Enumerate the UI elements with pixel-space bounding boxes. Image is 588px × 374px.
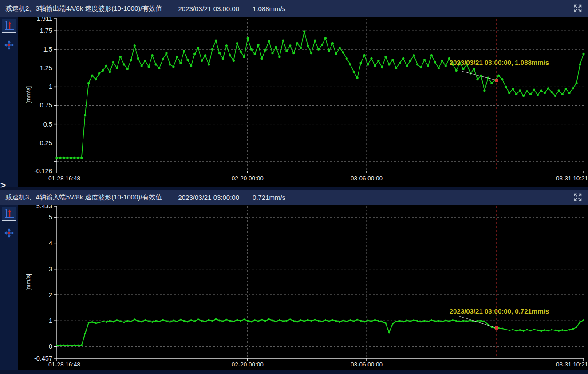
svg-text:03-06 00:00: 03-06 00:00 (351, 175, 383, 182)
chart1-title: 减速机2、3轴输出端4A/8k 速度波形(10-1000)/有效值 (5, 4, 162, 13)
trend-series (57, 319, 584, 346)
svg-text:2: 2 (49, 291, 52, 298)
collapse-chevron[interactable]: > (0, 180, 6, 190)
chart1-cursor-time: 2023/03/21 03:00:00 (178, 5, 239, 12)
svg-text:1: 1 (49, 83, 52, 90)
svg-text:1.5: 1.5 (43, 46, 52, 53)
svg-text:1: 1 (49, 317, 52, 324)
trend-series (57, 32, 584, 158)
axis-tool-button[interactable] (2, 19, 16, 33)
chart2-body: 5432105.433-0.45701-28 16:4802-20 00:000… (0, 205, 588, 370)
expand-button[interactable] (572, 3, 584, 14)
expand-arrows-icon (573, 8, 583, 15)
svg-text:02-20 00:00: 02-20 00:00 (232, 175, 264, 182)
axis-cursor-icon (3, 215, 15, 221)
svg-text:3: 3 (49, 266, 52, 273)
svg-text:03-06 00:00: 03-06 00:00 (351, 361, 383, 368)
svg-text:03-31 10:21: 03-31 10:21 (556, 175, 588, 182)
axis-tool-button[interactable] (2, 207, 16, 221)
y-axis-label: [mm/s] (25, 274, 32, 291)
axis-cursor-icon (3, 27, 15, 33)
expand-arrows-icon (573, 197, 583, 203)
chart2-cursor-value: 0.721mm/s (253, 194, 285, 201)
svg-text:01-28 16:48: 01-28 16:48 (48, 175, 80, 182)
svg-text:1.911: 1.911 (37, 17, 52, 22)
svg-text:1.75: 1.75 (40, 27, 52, 34)
pan-move-icon[interactable] (4, 40, 14, 50)
svg-text:02-20 00:00: 02-20 00:00 (232, 361, 264, 368)
chart2-cursor-time: 2023/03/21 03:00:00 (178, 194, 239, 201)
svg-text:0.25: 0.25 (40, 139, 52, 147)
svg-text:4: 4 (49, 239, 52, 247)
chart1-cursor-value: 1.088mm/s (253, 5, 285, 12)
svg-text:1.25: 1.25 (40, 64, 52, 72)
vibration-trend-panel: 减速机2、3轴输出端4A/8k 速度波形(10-1000)/有效值 2023/0… (0, 0, 588, 374)
trend-plot-1[interactable]: 1.751.51.2510.750.50.251.911-0.12601-28 … (0, 17, 588, 187)
chart-section-1: 减速机2、3轴输出端4A/8k 速度波形(10-1000)/有效值 2023/0… (0, 0, 588, 187)
chart1-titlebar: 减速机2、3轴输出端4A/8k 速度波形(10-1000)/有效值 2023/0… (0, 0, 588, 17)
svg-text:0.75: 0.75 (40, 102, 52, 109)
chart2-title: 减速机3、4轴输入端5V/8k 速度波形(10-1000)/有效值 (5, 193, 162, 202)
chart2-left-toolbar (0, 205, 18, 370)
cursor-point-marker (495, 326, 498, 330)
svg-text:5: 5 (49, 214, 52, 221)
pan-move-icon[interactable] (4, 228, 14, 238)
svg-text:5.433: 5.433 (36, 205, 52, 210)
chart1-body: 1.751.51.2510.750.50.251.911-0.12601-28 … (0, 17, 588, 187)
svg-text:01-28 16:48: 01-28 16:48 (48, 361, 80, 368)
chart2-titlebar: 减速机3、4轴输入端5V/8k 速度波形(10-1000)/有效值 2023/0… (0, 190, 588, 205)
svg-text:0: 0 (49, 343, 52, 350)
expand-button[interactable] (572, 191, 584, 203)
cursor-annotation: 2023/03/21 03:00:00, 1.088mm/s (450, 59, 549, 66)
cursor-annotation: 2023/03/21 03:00:00, 0.721mm/s (450, 307, 549, 315)
svg-text:0.5: 0.5 (43, 121, 52, 128)
trend-plot-2[interactable]: 5432105.433-0.45701-28 16:4802-20 00:000… (0, 205, 588, 370)
svg-text:03-31 10:21: 03-31 10:21 (556, 361, 588, 368)
chart1-left-toolbar (0, 17, 18, 187)
y-axis-label: [mm/s] (25, 86, 32, 103)
cursor-point-marker (495, 79, 498, 82)
svg-text:-0.126: -0.126 (34, 167, 52, 175)
chart-section-2: 减速机3、4轴输入端5V/8k 速度波形(10-1000)/有效值 2023/0… (0, 190, 588, 370)
